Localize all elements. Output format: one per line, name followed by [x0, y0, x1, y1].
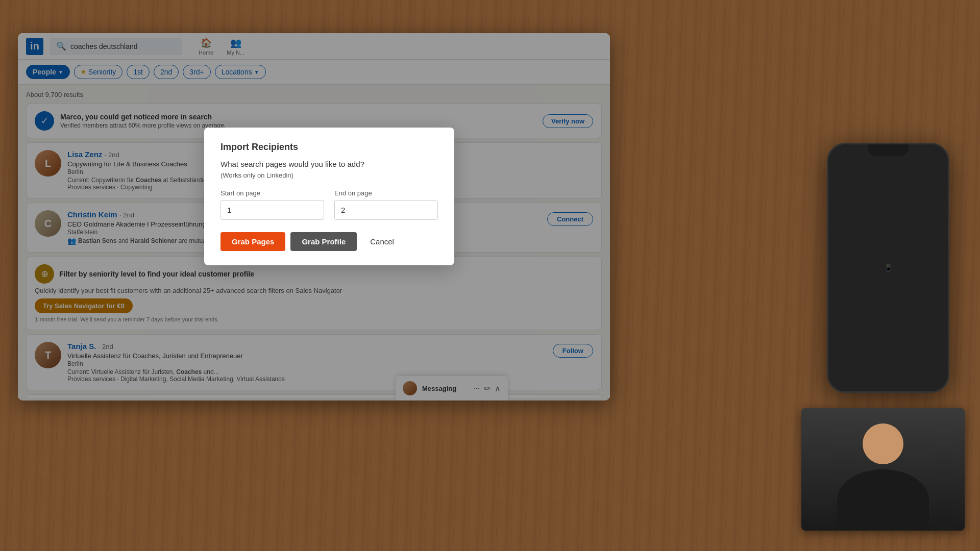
grab-profile-button[interactable]: Grab Profile — [290, 232, 357, 251]
silhouette-head — [863, 423, 903, 464]
modal-note: (Works only on Linkedin) — [220, 171, 438, 179]
modal-actions: Grab Pages Grab Profile Cancel — [220, 232, 438, 251]
modal-overlay: Import Recipients What search pages woul… — [18, 33, 610, 400]
phone-notch — [868, 144, 909, 156]
phone-screen: 📱 — [828, 144, 948, 391]
start-page-label: Start on page — [220, 189, 324, 197]
browser-window: in 🔍 coaches deutschland 🏠 Home 👥 My N..… — [18, 33, 610, 400]
cancel-button[interactable]: Cancel — [362, 232, 402, 251]
modal-title: Import Recipients — [220, 142, 438, 153]
modal-question: What search pages would you like to add? — [220, 160, 438, 168]
webcam-area — [801, 408, 965, 531]
person-silhouette — [801, 408, 965, 531]
start-page-input[interactable] — [220, 200, 324, 220]
end-page-field: End on page — [334, 189, 438, 220]
phone-screen-content: 📱 — [885, 264, 892, 271]
modal-fields: Start on page End on page — [220, 189, 438, 220]
import-recipients-modal: Import Recipients What search pages woul… — [204, 128, 454, 265]
end-page-input[interactable] — [334, 200, 438, 220]
grab-pages-button[interactable]: Grab Pages — [220, 232, 285, 251]
phone-mockup: 📱 — [827, 143, 949, 393]
silhouette-body — [837, 469, 929, 531]
start-page-field: Start on page — [220, 189, 324, 220]
end-page-label: End on page — [334, 189, 438, 197]
